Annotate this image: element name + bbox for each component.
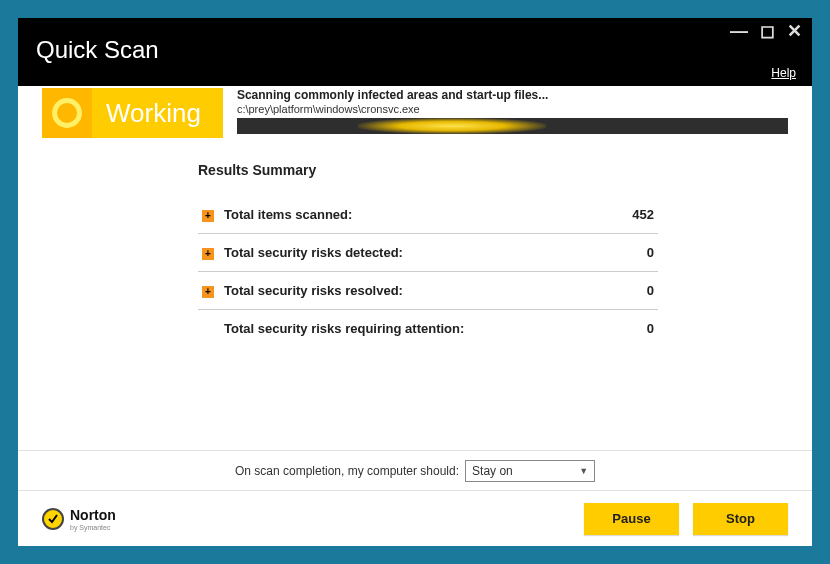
window-title: Quick Scan [36,36,794,64]
status-row: Working Scanning commonly infected areas… [18,86,812,138]
checkmark-icon [42,508,64,530]
chevron-down-icon: ▼ [579,466,588,476]
expand-icon[interactable]: + [202,286,214,298]
titlebar: — ◻ ✕ Quick Scan Help [18,18,812,86]
status-label: Working [92,98,223,129]
results-heading: Results Summary [198,162,772,178]
brand-byline: by Symantec [70,524,116,531]
main-content: Results Summary +Total items scanned:452… [18,138,812,450]
results-row-label: Total security risks requiring attention… [220,310,598,348]
results-row-label: Total items scanned: [220,196,598,234]
expand-icon[interactable]: + [202,248,214,260]
expand-icon[interactable]: + [202,210,214,222]
scan-window: — ◻ ✕ Quick Scan Help Working Scanning c… [18,18,812,546]
close-icon[interactable]: ✕ [787,24,802,38]
completion-selected: Stay on [472,464,513,478]
maximize-icon[interactable]: ◻ [760,24,775,38]
results-row: +Total items scanned:452 [198,196,658,234]
progress-column: Scanning commonly infected areas and sta… [223,88,812,138]
completion-row: On scan completion, my computer should: … [18,450,812,490]
window-controls: — ◻ ✕ [730,24,802,38]
help-link[interactable]: Help [771,66,796,80]
scan-current-file: c:\prey\platform\windows\cronsvc.exe [237,103,788,115]
results-table: +Total items scanned:452+Total security … [198,196,658,347]
minimize-icon[interactable]: — [730,24,748,38]
results-row: +Total security risks detected:0 [198,234,658,272]
scan-message: Scanning commonly infected areas and sta… [237,88,788,102]
stop-button[interactable]: Stop [693,503,788,535]
brand-name: Norton [70,507,116,523]
results-row-value: 0 [598,272,658,310]
results-row-value: 0 [598,234,658,272]
results-row-label: Total security risks detected: [220,234,598,272]
results-row: Total security risks requiring attention… [198,310,658,348]
pause-button[interactable]: Pause [584,503,679,535]
completion-select[interactable]: Stay on ▼ [465,460,595,482]
results-row-value: 452 [598,196,658,234]
progress-bar [237,118,788,134]
brand-logo: Norton by Symantec [42,506,116,531]
results-row-label: Total security risks resolved: [220,272,598,310]
results-row: +Total security risks resolved:0 [198,272,658,310]
footer: Norton by Symantec Pause Stop [18,490,812,546]
status-badge: Working [42,88,223,138]
working-icon [42,88,92,138]
results-row-value: 0 [598,310,658,348]
completion-prompt: On scan completion, my computer should: [235,464,459,478]
